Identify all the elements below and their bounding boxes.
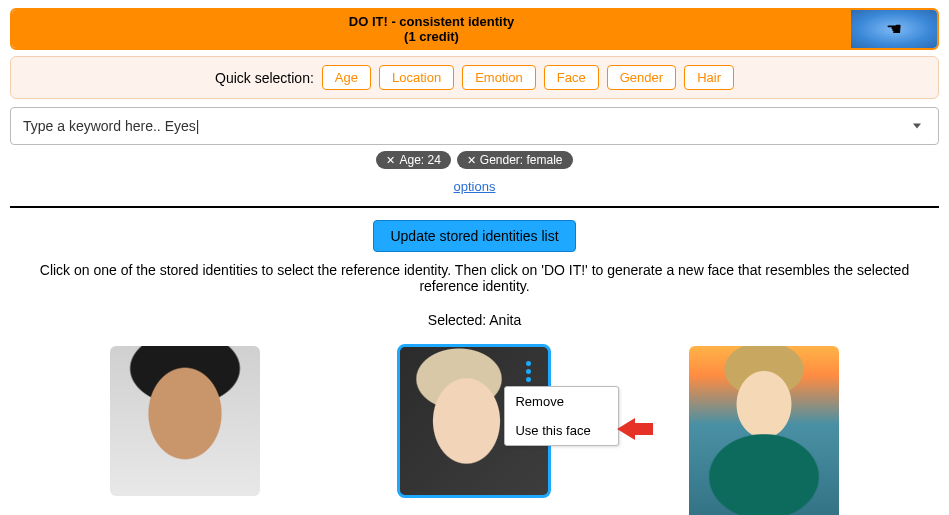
- face-image: [110, 346, 260, 496]
- identities-gallery: Remove Use this face: [0, 346, 949, 515]
- thumb-menu-trigger[interactable]: [526, 361, 531, 382]
- tag-age-text: Age: 24: [399, 153, 440, 167]
- do-it-button[interactable]: ☚: [851, 10, 937, 48]
- chip-emotion[interactable]: Emotion: [462, 65, 536, 90]
- chip-hair[interactable]: Hair: [684, 65, 734, 90]
- tag-age[interactable]: ✕ Age: 24: [376, 151, 450, 169]
- chip-face[interactable]: Face: [544, 65, 599, 90]
- chip-gender[interactable]: Gender: [607, 65, 676, 90]
- identity-thumb-1[interactable]: [110, 346, 260, 496]
- keyword-search-input[interactable]: [10, 107, 939, 145]
- banner-text: DO IT! - consistent identity (1 credit): [12, 10, 851, 48]
- chip-age[interactable]: Age: [322, 65, 371, 90]
- remove-tag-icon[interactable]: ✕: [386, 154, 395, 167]
- menu-item-use-face[interactable]: Use this face: [505, 416, 618, 445]
- selected-identity-label: Selected: Anita: [0, 312, 949, 328]
- update-identities-button[interactable]: Update stored identities list: [373, 220, 575, 252]
- remove-tag-icon[interactable]: ✕: [467, 154, 476, 167]
- callout-arrow-icon: [617, 418, 653, 440]
- thumb-context-menu: Remove Use this face: [504, 386, 619, 446]
- banner-title: DO IT! - consistent identity: [349, 14, 514, 29]
- quick-selection-row: Quick selection: Age Location Emotion Fa…: [10, 56, 939, 99]
- banner-subtitle: (1 credit): [404, 29, 459, 44]
- chip-location[interactable]: Location: [379, 65, 454, 90]
- tag-gender[interactable]: ✕ Gender: female: [457, 151, 573, 169]
- tag-gender-text: Gender: female: [480, 153, 563, 167]
- menu-item-remove[interactable]: Remove: [505, 387, 618, 416]
- quick-selection-label: Quick selection:: [215, 70, 314, 86]
- active-tags-row: ✕ Age: 24 ✕ Gender: female: [0, 151, 949, 169]
- options-link[interactable]: options: [0, 179, 949, 194]
- identity-thumb-3[interactable]: [689, 346, 839, 515]
- keyword-search-wrap: [10, 107, 939, 145]
- hand-pointer-icon: ☚: [886, 18, 902, 40]
- instruction-text: Click on one of the stored identities to…: [0, 262, 949, 294]
- identity-thumb-2[interactable]: Remove Use this face: [399, 346, 549, 496]
- do-it-banner[interactable]: DO IT! - consistent identity (1 credit) …: [10, 8, 939, 50]
- dropdown-caret-icon[interactable]: [913, 124, 921, 129]
- face-image: [689, 346, 839, 515]
- divider: [10, 206, 939, 208]
